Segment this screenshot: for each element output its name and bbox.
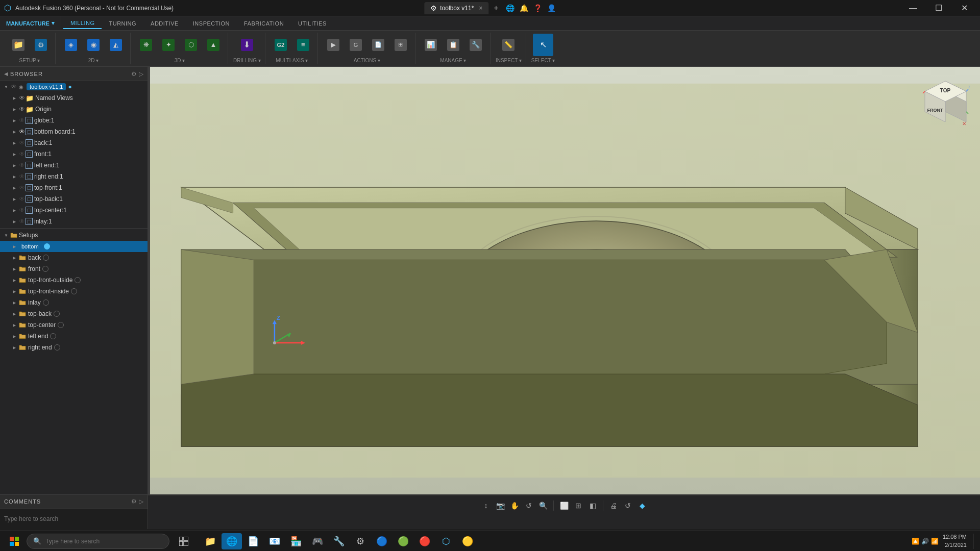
fusion-icon[interactable]: ⬡	[436, 533, 456, 549]
maximize-btn[interactable]: ☐	[927, 0, 950, 16]
right-end-setup-expand[interactable]: ▶	[10, 343, 18, 352]
tree-top-back-setup[interactable]: ▶ top-back	[0, 308, 148, 319]
app4-icon[interactable]: 🔴	[414, 533, 435, 549]
top-front-outside-expand[interactable]: ▶	[10, 276, 18, 284]
material-icon[interactable]: ◆	[636, 499, 648, 512]
top-center1-expand[interactable]: ▶	[10, 206, 18, 214]
bottom-board1-expand[interactable]: ▶	[10, 128, 18, 136]
back1-expand[interactable]: ▶	[10, 139, 18, 147]
drill-btn[interactable]: ⬇	[237, 34, 257, 56]
back1-eye[interactable]: 👁	[18, 139, 26, 146]
left-end-setup-expand[interactable]: ▶	[10, 332, 18, 340]
bell-icon[interactable]: 🔔	[520, 4, 528, 12]
setup-folder-btn[interactable]: 📁	[8, 34, 29, 56]
top-back-setup-expand[interactable]: ▶	[10, 310, 18, 318]
add-tab-btn[interactable]: +	[494, 4, 498, 13]
tab-inspection[interactable]: INSPECTION	[186, 18, 237, 29]
tree-back1[interactable]: ▶ 👁 □ back:1	[0, 137, 148, 148]
setups-expand[interactable]: ▼	[2, 231, 10, 239]
left-end1-eye[interactable]: 👁	[18, 162, 26, 169]
files-icon[interactable]: 📄	[243, 533, 263, 549]
fit-view-icon[interactable]: ↕	[480, 499, 492, 512]
close-tab-btn[interactable]: ×	[479, 5, 482, 12]
back-setup-expand[interactable]: ▶	[10, 254, 18, 262]
tree-top-front-outside[interactable]: ▶ top-front-outside	[0, 274, 148, 286]
tab-milling[interactable]: MILLING	[63, 18, 102, 29]
orbit-icon[interactable]: ↺	[523, 499, 535, 512]
start-button[interactable]	[4, 533, 24, 549]
top-center1-eye[interactable]: 👁	[18, 207, 26, 214]
compare-btn[interactable]: ⊞	[390, 34, 411, 56]
explorer-icon[interactable]: 📁	[200, 533, 220, 549]
named-views-expand[interactable]: ▶	[10, 94, 18, 102]
minimize-btn[interactable]: —	[901, 0, 925, 16]
tree-named-views[interactable]: ▶ 👁 📁 Named Views	[0, 92, 148, 104]
taskbar-search-box[interactable]: 🔍	[27, 534, 169, 549]
3d-adaptive-btn[interactable]: ❋	[136, 34, 156, 56]
bottom-setup-expand[interactable]: ▶	[10, 242, 18, 251]
2d-adaptive-btn[interactable]: ◈	[61, 34, 81, 56]
tree-right-end-setup[interactable]: ▶ right end	[0, 342, 148, 353]
nc-btn[interactable]: 📄	[368, 34, 388, 56]
app3-icon[interactable]: 🟢	[393, 533, 413, 549]
top-front1-expand[interactable]: ▶	[10, 184, 18, 192]
origin-expand[interactable]: ▶	[10, 105, 18, 113]
account-icon[interactable]: 👤	[547, 4, 556, 12]
app2-icon[interactable]: 🔵	[372, 533, 392, 549]
named-views-eye[interactable]: 👁	[18, 94, 26, 102]
pan-icon[interactable]: ✋	[508, 499, 521, 512]
tree-front1[interactable]: ▶ 👁 □ front:1	[0, 148, 148, 160]
multiaxis1-btn[interactable]: G2	[271, 34, 291, 56]
tray-volume-icon[interactable]: 🔊	[921, 538, 929, 545]
help-icon[interactable]: ❓	[533, 4, 542, 12]
game-icon[interactable]: 🎮	[307, 533, 328, 549]
top-front1-eye[interactable]: 👁	[18, 184, 26, 191]
browser-settings-icon[interactable]: ⚙	[131, 70, 137, 78]
zoom-icon[interactable]: 🔍	[537, 499, 549, 512]
show-desktop-btn[interactable]	[973, 534, 976, 549]
system-clock[interactable]: 12:08 PM 2/1/2021	[943, 533, 967, 549]
top-front-inside-expand[interactable]: ▶	[10, 287, 18, 295]
tree-top-front-inside[interactable]: ▶ top-front-inside	[0, 286, 148, 297]
3d-pocket-btn[interactable]: ✦	[158, 34, 179, 56]
tree-inlay-setup[interactable]: ▶ inlay	[0, 297, 148, 308]
top-center-setup-expand[interactable]: ▶	[10, 321, 18, 329]
measure-btn[interactable]: 📏	[498, 34, 519, 56]
manage2-btn[interactable]: 📋	[443, 34, 463, 56]
tree-origin[interactable]: ▶ 👁 📁 Origin	[0, 104, 148, 115]
root-vis-icon[interactable]: ◉	[17, 83, 24, 90]
comments-expand-icon[interactable]: ▷	[139, 498, 143, 505]
left-end1-expand[interactable]: ▶	[10, 161, 18, 169]
undo-icon[interactable]: ↺	[622, 499, 634, 512]
tab-turning[interactable]: TURNING	[102, 18, 143, 29]
file-tab[interactable]: ⚙ toolbox v11* ×	[424, 2, 488, 14]
bottom-board1-eye[interactable]: 👁	[18, 128, 26, 135]
simulate-btn[interactable]: ▶	[323, 34, 344, 56]
inlay-setup-expand[interactable]: ▶	[10, 298, 18, 307]
print-icon[interactable]: 🖨	[607, 499, 620, 512]
select-btn[interactable]: ↖	[533, 34, 553, 56]
tree-top-front1[interactable]: ▶ 👁 □ top-front:1	[0, 182, 148, 193]
close-btn[interactable]: ✕	[952, 0, 976, 16]
origin-eye[interactable]: 👁	[18, 106, 26, 113]
right-end1-eye[interactable]: 👁	[18, 173, 26, 180]
tree-front-setup[interactable]: ▶ front	[0, 263, 148, 274]
mail-icon[interactable]: 📧	[264, 533, 285, 549]
root-eye-icon[interactable]: 👁	[10, 83, 17, 90]
top-back1-expand[interactable]: ▶	[10, 195, 18, 203]
3d-ramp-btn[interactable]: ▲	[203, 34, 224, 56]
tab-additive[interactable]: ADDITIVE	[143, 18, 186, 29]
tree-left-end-setup[interactable]: ▶ left end	[0, 331, 148, 342]
2d-contour-btn[interactable]: ◭	[106, 34, 126, 56]
tab-fabrication[interactable]: FABRICATION	[237, 18, 291, 29]
taskbar-search-input[interactable]	[45, 538, 148, 545]
inlay1-eye[interactable]: 👁	[18, 218, 26, 225]
tree-right-end1[interactable]: ▶ 👁 □ right end:1	[0, 171, 148, 182]
tree-setups[interactable]: ▼ Setups	[0, 230, 148, 241]
task-view-btn[interactable]	[174, 533, 194, 549]
tray-wifi-icon[interactable]: 📶	[931, 538, 939, 545]
tray-network-icon[interactable]: 🔼	[912, 538, 919, 545]
3d-contour-btn[interactable]: ⬡	[181, 34, 201, 56]
tree-root[interactable]: ▼ 👁 ◉ toolbox v11:1 ●	[0, 81, 148, 92]
chrome-icon[interactable]: 🌐	[222, 533, 242, 549]
